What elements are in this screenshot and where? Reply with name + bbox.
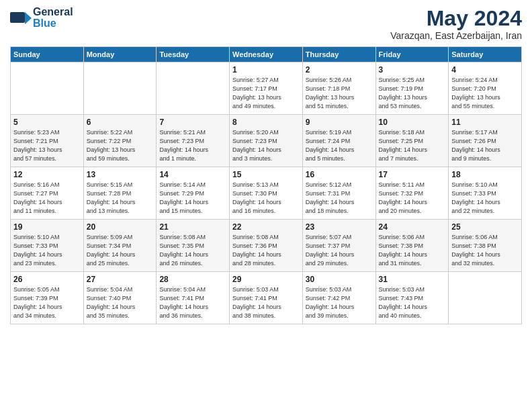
day-info: Sunrise: 5:25 AM Sunset: 7:19 PM Dayligh… bbox=[379, 76, 446, 111]
day-info: Sunrise: 5:11 AM Sunset: 7:32 PM Dayligh… bbox=[379, 181, 446, 216]
day-info: Sunrise: 5:10 AM Sunset: 7:33 PM Dayligh… bbox=[451, 181, 519, 216]
day-number: 17 bbox=[379, 170, 446, 179]
day-number: 27 bbox=[87, 275, 154, 284]
day-info: Sunrise: 5:12 AM Sunset: 7:31 PM Dayligh… bbox=[306, 181, 373, 216]
calendar-cell: 28Sunrise: 5:04 AM Sunset: 7:41 PM Dayli… bbox=[157, 272, 230, 324]
day-number: 29 bbox=[232, 275, 300, 284]
calendar-cell: 26Sunrise: 5:05 AM Sunset: 7:39 PM Dayli… bbox=[11, 272, 84, 324]
col-header-friday: Friday bbox=[375, 47, 449, 62]
day-info: Sunrise: 5:10 AM Sunset: 7:33 PM Dayligh… bbox=[13, 233, 81, 268]
day-info: Sunrise: 5:04 AM Sunset: 7:40 PM Dayligh… bbox=[87, 285, 154, 320]
day-number: 3 bbox=[379, 65, 446, 75]
day-number: 31 bbox=[379, 275, 446, 284]
svg-marker-1 bbox=[25, 12, 32, 24]
calendar-cell: 17Sunrise: 5:11 AM Sunset: 7:32 PM Dayli… bbox=[375, 167, 449, 220]
calendar-cell: 3Sunrise: 5:25 AM Sunset: 7:19 PM Daylig… bbox=[375, 62, 449, 115]
day-info: Sunrise: 5:03 AM Sunset: 7:41 PM Dayligh… bbox=[232, 285, 300, 320]
month-title: May 2024 bbox=[390, 7, 522, 30]
day-number: 20 bbox=[87, 222, 154, 232]
day-number: 8 bbox=[232, 118, 300, 127]
day-number: 25 bbox=[451, 222, 519, 232]
day-info: Sunrise: 5:23 AM Sunset: 7:21 PM Dayligh… bbox=[13, 128, 81, 163]
day-info: Sunrise: 5:06 AM Sunset: 7:38 PM Dayligh… bbox=[379, 233, 446, 268]
day-info: Sunrise: 5:26 AM Sunset: 7:18 PM Dayligh… bbox=[306, 76, 373, 111]
calendar-cell: 24Sunrise: 5:06 AM Sunset: 7:38 PM Dayli… bbox=[375, 220, 449, 272]
day-info: Sunrise: 5:14 AM Sunset: 7:29 PM Dayligh… bbox=[159, 181, 226, 216]
calendar-cell: 7Sunrise: 5:21 AM Sunset: 7:23 PM Daylig… bbox=[157, 115, 230, 167]
day-info: Sunrise: 5:08 AM Sunset: 7:35 PM Dayligh… bbox=[159, 233, 226, 268]
day-number: 4 bbox=[451, 65, 519, 75]
calendar-header-row: SundayMondayTuesdayWednesdayThursdayFrid… bbox=[11, 47, 522, 62]
calendar-cell: 10Sunrise: 5:18 AM Sunset: 7:25 PM Dayli… bbox=[375, 115, 449, 167]
day-number: 11 bbox=[451, 118, 519, 127]
calendar-cell: 5Sunrise: 5:23 AM Sunset: 7:21 PM Daylig… bbox=[11, 115, 84, 167]
calendar-cell bbox=[11, 62, 84, 115]
day-number: 22 bbox=[232, 222, 300, 232]
calendar-cell: 22Sunrise: 5:08 AM Sunset: 7:36 PM Dayli… bbox=[230, 220, 303, 272]
calendar-cell: 18Sunrise: 5:10 AM Sunset: 7:33 PM Dayli… bbox=[449, 167, 522, 220]
day-number: 14 bbox=[159, 170, 226, 179]
day-info: Sunrise: 5:03 AM Sunset: 7:42 PM Dayligh… bbox=[306, 285, 373, 320]
col-header-thursday: Thursday bbox=[302, 47, 375, 62]
day-number: 12 bbox=[13, 170, 81, 179]
calendar-cell: 25Sunrise: 5:06 AM Sunset: 7:38 PM Dayli… bbox=[449, 220, 522, 272]
day-info: Sunrise: 5:07 AM Sunset: 7:37 PM Dayligh… bbox=[306, 233, 373, 268]
calendar-cell: 29Sunrise: 5:03 AM Sunset: 7:41 PM Dayli… bbox=[230, 272, 303, 324]
day-number: 26 bbox=[13, 275, 81, 284]
calendar-cell: 27Sunrise: 5:04 AM Sunset: 7:40 PM Dayli… bbox=[83, 272, 157, 324]
day-number: 23 bbox=[306, 222, 373, 232]
page: General Blue May 2024 Varazqan, East Aze… bbox=[0, 0, 532, 331]
calendar-cell: 31Sunrise: 5:03 AM Sunset: 7:43 PM Dayli… bbox=[375, 272, 449, 324]
calendar-cell: 23Sunrise: 5:07 AM Sunset: 7:37 PM Dayli… bbox=[302, 220, 375, 272]
calendar-cell: 21Sunrise: 5:08 AM Sunset: 7:35 PM Dayli… bbox=[157, 220, 230, 272]
svg-rect-0 bbox=[10, 12, 25, 23]
day-number: 7 bbox=[159, 118, 226, 127]
header: General Blue May 2024 Varazqan, East Aze… bbox=[10, 7, 522, 41]
calendar-cell: 13Sunrise: 5:15 AM Sunset: 7:28 PM Dayli… bbox=[83, 167, 157, 220]
day-info: Sunrise: 5:05 AM Sunset: 7:39 PM Dayligh… bbox=[13, 285, 81, 320]
calendar-cell: 11Sunrise: 5:17 AM Sunset: 7:26 PM Dayli… bbox=[449, 115, 522, 167]
calendar-cell: 2Sunrise: 5:26 AM Sunset: 7:18 PM Daylig… bbox=[302, 62, 375, 115]
calendar-week-row: 5Sunrise: 5:23 AM Sunset: 7:21 PM Daylig… bbox=[11, 115, 522, 167]
calendar-cell: 30Sunrise: 5:03 AM Sunset: 7:42 PM Dayli… bbox=[302, 272, 375, 324]
calendar-cell: 15Sunrise: 5:13 AM Sunset: 7:30 PM Dayli… bbox=[230, 167, 303, 220]
col-header-sunday: Sunday bbox=[11, 47, 84, 62]
col-header-tuesday: Tuesday bbox=[157, 47, 230, 62]
day-number: 19 bbox=[13, 222, 81, 232]
calendar-cell: 14Sunrise: 5:14 AM Sunset: 7:29 PM Dayli… bbox=[157, 167, 230, 220]
day-number: 5 bbox=[13, 118, 81, 127]
col-header-wednesday: Wednesday bbox=[230, 47, 303, 62]
logo-line2: Blue bbox=[33, 18, 73, 30]
logo: General Blue bbox=[10, 7, 73, 30]
calendar-cell: 8Sunrise: 5:20 AM Sunset: 7:23 PM Daylig… bbox=[230, 115, 303, 167]
day-info: Sunrise: 5:04 AM Sunset: 7:41 PM Dayligh… bbox=[159, 285, 226, 320]
day-info: Sunrise: 5:16 AM Sunset: 7:27 PM Dayligh… bbox=[13, 181, 81, 216]
day-info: Sunrise: 5:21 AM Sunset: 7:23 PM Dayligh… bbox=[159, 128, 226, 163]
day-number: 6 bbox=[87, 118, 154, 127]
calendar-cell: 6Sunrise: 5:22 AM Sunset: 7:22 PM Daylig… bbox=[83, 115, 157, 167]
day-number: 2 bbox=[306, 65, 373, 75]
calendar-cell bbox=[83, 62, 157, 115]
logo-line1: General bbox=[33, 7, 73, 18]
location: Varazqan, East Azerbaijan, Iran bbox=[390, 30, 522, 41]
day-number: 10 bbox=[379, 118, 446, 127]
day-number: 1 bbox=[232, 65, 300, 75]
calendar-cell: 4Sunrise: 5:24 AM Sunset: 7:20 PM Daylig… bbox=[449, 62, 522, 115]
calendar-cell: 12Sunrise: 5:16 AM Sunset: 7:27 PM Dayli… bbox=[11, 167, 84, 220]
title-block: May 2024 Varazqan, East Azerbaijan, Iran bbox=[390, 7, 522, 41]
calendar-week-row: 19Sunrise: 5:10 AM Sunset: 7:33 PM Dayli… bbox=[11, 220, 522, 272]
day-info: Sunrise: 5:19 AM Sunset: 7:24 PM Dayligh… bbox=[306, 128, 373, 163]
calendar-cell: 19Sunrise: 5:10 AM Sunset: 7:33 PM Dayli… bbox=[11, 220, 84, 272]
day-number: 18 bbox=[451, 170, 519, 179]
day-info: Sunrise: 5:06 AM Sunset: 7:38 PM Dayligh… bbox=[451, 233, 519, 268]
day-info: Sunrise: 5:18 AM Sunset: 7:25 PM Dayligh… bbox=[379, 128, 446, 163]
calendar-week-row: 26Sunrise: 5:05 AM Sunset: 7:39 PM Dayli… bbox=[11, 272, 522, 324]
day-info: Sunrise: 5:08 AM Sunset: 7:36 PM Dayligh… bbox=[232, 233, 300, 268]
day-number: 16 bbox=[306, 170, 373, 179]
calendar-week-row: 12Sunrise: 5:16 AM Sunset: 7:27 PM Dayli… bbox=[11, 167, 522, 220]
calendar-table: SundayMondayTuesdayWednesdayThursdayFrid… bbox=[10, 46, 522, 324]
calendar-cell: 16Sunrise: 5:12 AM Sunset: 7:31 PM Dayli… bbox=[302, 167, 375, 220]
day-info: Sunrise: 5:22 AM Sunset: 7:22 PM Dayligh… bbox=[87, 128, 154, 163]
day-number: 15 bbox=[232, 170, 300, 179]
col-header-saturday: Saturday bbox=[449, 47, 522, 62]
